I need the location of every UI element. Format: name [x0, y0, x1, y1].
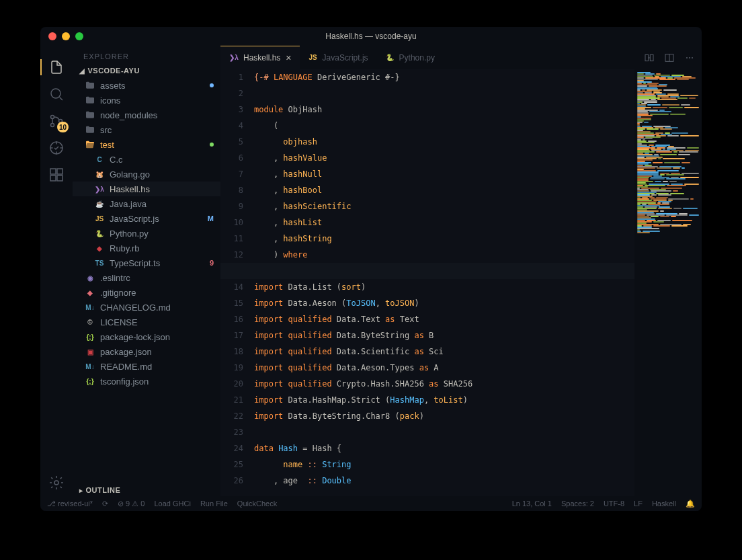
tree-item-src[interactable]: src — [73, 122, 220, 137]
sidebar-project-section[interactable]: ◢ VSCODE-AYU — [73, 65, 220, 77]
tree-item-typescript-ts[interactable]: TSTypeScript.ts9 — [73, 255, 220, 270]
extensions-activity[interactable] — [40, 161, 73, 188]
ts-icon: TS — [94, 257, 105, 268]
tree-item-label: CHANGELOG.md — [100, 303, 171, 313]
cursor-position[interactable]: Ln 13, Col 1 — [512, 499, 552, 508]
tree-item-icons[interactable]: icons — [73, 93, 220, 108]
tree-item-c-c[interactable]: CC.c — [73, 152, 220, 167]
tab-haskell-hs[interactable]: ❯λHaskell.hs× — [220, 46, 300, 69]
svg-rect-6 — [57, 169, 63, 174]
sidebar-outline-section[interactable]: ▸ OUTLINE — [73, 484, 220, 496]
minimap[interactable] — [634, 69, 702, 496]
tree-item-java-java[interactable]: ☕Java.java — [73, 196, 220, 211]
tree-item-label: src — [100, 125, 112, 135]
tree-item-changelog-md[interactable]: M↓CHANGELOG.md — [73, 300, 220, 315]
tree-item--gitignore[interactable]: ◆.gitignore — [73, 285, 220, 300]
tree-item-label: test — [100, 140, 114, 150]
sidebar: EXPLORER ◢ VSCODE-AYU assetsiconsnode_mo… — [73, 46, 220, 496]
tree-item-label: package-lock.json — [100, 332, 170, 342]
tree-item-package-lock-json[interactable]: {;}package-lock.json — [73, 329, 220, 344]
project-name: VSCODE-AYU — [88, 67, 140, 75]
search-activity[interactable] — [40, 81, 73, 108]
tree-item-assets[interactable]: assets — [73, 78, 220, 93]
tree-item-test[interactable]: test — [73, 137, 220, 152]
folder-icon — [85, 95, 95, 106]
eol-status[interactable]: LF — [634, 499, 643, 508]
tree-item-label: Haskell.hs — [110, 184, 150, 194]
tab-python-py[interactable]: 🐍Python.py — [376, 46, 443, 69]
tree-item-haskell-hs[interactable]: ❯λHaskell.hs — [73, 182, 220, 196]
compare-icon[interactable] — [644, 52, 655, 63]
tab-javascript-js[interactable]: JSJavaScript.js — [300, 46, 376, 69]
tree-item-package-json[interactable]: ▣package.json — [73, 344, 220, 359]
svg-point-2 — [51, 124, 54, 127]
svg-rect-11 — [650, 54, 653, 61]
rb-icon: ◆ — [94, 243, 105, 253]
task-load-ghci[interactable]: Load GHCi — [154, 499, 190, 508]
settings-activity[interactable] — [40, 469, 73, 496]
js-icon: JS — [94, 213, 105, 224]
tree-item-label: package.json — [100, 347, 152, 357]
editor[interactable]: 1234567891011121314151617181920212223242… — [220, 69, 702, 496]
tree-item-label: tsconfig.json — [100, 376, 149, 387]
bell-icon[interactable]: 🔔 — [686, 499, 695, 508]
branch-icon: ⎇ — [47, 499, 58, 508]
language-status[interactable]: Haskell — [652, 499, 676, 508]
line-numbers: 1234567891011121314151617181920212223242… — [220, 69, 254, 496]
tree-item-python-py[interactable]: 🐍Python.py — [73, 226, 220, 241]
problems-status[interactable]: ⊘ 9 ⚠ 0 — [118, 499, 145, 508]
tree-item-label: Golang.go — [110, 169, 150, 179]
indent-status[interactable]: Spaces: 2 — [561, 499, 594, 508]
tree-item-label: assets — [100, 81, 126, 91]
task-quickcheck[interactable]: QuickCheck — [237, 499, 277, 508]
window-title: Haskell.hs — vscode-ayu — [40, 32, 702, 41]
tab-label: Python.py — [399, 53, 435, 63]
branch-status[interactable]: ⎇ revised-ui* — [47, 499, 93, 508]
folder-icon — [85, 80, 95, 91]
tree-item-javascript-js[interactable]: JSJavaScript.jsM — [73, 211, 220, 226]
sidebar-title: EXPLORER — [73, 46, 220, 65]
sync-status[interactable]: ⟳ — [102, 499, 108, 508]
tree-item-label: .eslintrc — [100, 273, 130, 283]
explorer-activity[interactable] — [40, 54, 73, 81]
tree-item-label: README.md — [100, 362, 152, 372]
tree-item-label: C.c — [110, 155, 123, 165]
task-run-file[interactable]: Run File — [200, 499, 228, 508]
folder-icon — [85, 110, 95, 120]
svg-rect-7 — [50, 175, 56, 181]
py-icon: 🐍 — [384, 52, 395, 63]
svg-rect-8 — [57, 175, 63, 181]
settings-icon — [48, 475, 65, 491]
statusbar: ⎇ revised-ui* ⟳ ⊘ 9 ⚠ 0 Load GHCi Run Fi… — [40, 496, 702, 511]
go-icon: 🐹 — [94, 169, 105, 179]
source-control-activity[interactable]: 10 — [40, 108, 73, 134]
folder-icon — [85, 124, 95, 135]
untracked-dot-icon — [210, 143, 214, 147]
hs-icon: ❯λ — [94, 184, 105, 194]
modified-dot-icon — [210, 83, 214, 87]
encoding-status[interactable]: UTF-8 — [604, 499, 624, 508]
tree-item-golang-go[interactable]: 🐹Golang.go — [73, 167, 220, 182]
extensions-icon — [48, 167, 65, 183]
hs-icon: ❯λ — [229, 52, 239, 63]
close-tab-icon[interactable]: × — [286, 52, 291, 63]
debug-activity[interactable] — [40, 134, 73, 161]
tree-item-label: TypeScript.ts — [110, 258, 160, 268]
files-icon — [48, 59, 65, 75]
tree-item--eslintrc[interactable]: ◉.eslintrc — [73, 270, 220, 285]
js-icon: JS — [308, 52, 319, 63]
tree-item-ruby-rb[interactable]: ◆Ruby.rb — [73, 241, 220, 255]
more-icon[interactable] — [684, 52, 695, 63]
tree-item-tsconfig-json[interactable]: {;}tsconfig.json — [73, 374, 220, 389]
svg-rect-5 — [50, 169, 56, 174]
svg-point-14 — [689, 57, 690, 58]
tree-item-label: icons — [100, 95, 120, 106]
split-editor-icon[interactable] — [664, 52, 675, 63]
tree-item-readme-md[interactable]: M↓README.md — [73, 359, 220, 374]
tree-item-label: Ruby.rb — [110, 243, 140, 253]
tree-item-node-modules[interactable]: node_modules — [73, 108, 220, 122]
svg-rect-10 — [645, 54, 649, 61]
tree-item-license[interactable]: ©LICENSE — [73, 315, 220, 329]
code-content[interactable]: {-# LANGUAGE DeriveGeneric #-}module Obj… — [254, 69, 634, 496]
tree-item-label: JavaScript.js — [110, 214, 159, 224]
